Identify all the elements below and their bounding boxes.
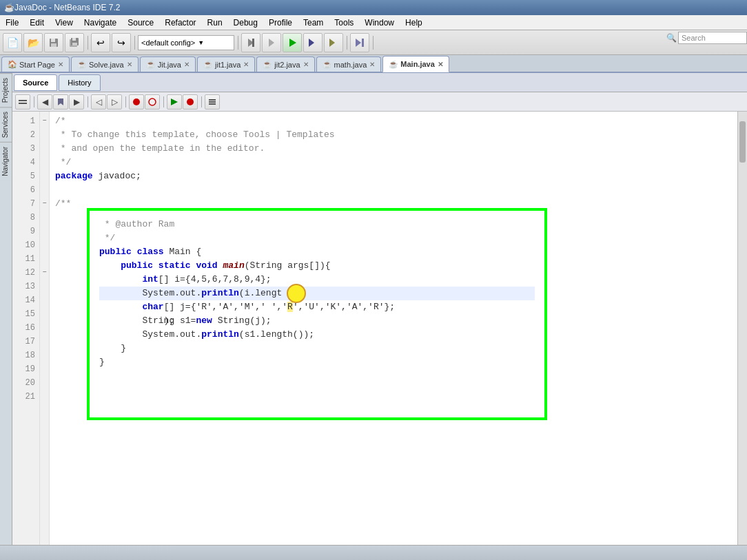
java-icon: ☕ [77,60,87,69]
code-line-3: * and open the template in the editor. [55,142,741,156]
menu-team[interactable]: Team [298,17,329,29]
menu-edit[interactable]: Edit [24,17,50,29]
menubar: File Edit View Navigate Source Refactor … [0,15,747,30]
scrollbar-vertical[interactable] [737,112,747,545]
svg-marker-9 [269,39,274,47]
fold-2 [41,128,48,142]
search-icon: 🔍 [666,33,677,43]
hl-line-13: System.out.println(i.lengt ); [99,287,535,300]
menu-view[interactable]: View [50,17,79,29]
ed-sep-3 [124,94,127,110]
tab-solve-java[interactable]: ☕ Solve.java ✕ [71,56,139,72]
scrollbar-thumb[interactable] [739,121,746,163]
next-bookmark-button[interactable]: ▶ [69,94,84,110]
fold-all-button[interactable] [15,94,30,110]
ed-sep-2 [86,94,89,110]
record-macro-button[interactable] [183,94,198,110]
line-numbers: 1 2 3 4 5 6 7 8 9 10 11 12 13 14 15 16 1… [12,112,40,545]
fold-7[interactable]: − [41,197,48,211]
tab-jit2-java[interactable]: ☕ jit2.java ✕ [256,56,314,72]
tab-source[interactable]: Source [14,74,57,91]
menu-navigate[interactable]: Navigate [79,17,122,29]
fold-21 [41,390,48,404]
tab-start-page[interactable]: 🏠 Start Page ✕ [1,56,70,72]
close-main-icon[interactable]: ✕ [438,61,443,68]
tab-jit1-java[interactable]: ☕ jit1.java ✕ [197,56,255,72]
svg-point-18 [133,98,140,105]
hl-line-21 [99,397,535,411]
fold-8 [41,211,48,225]
prev-bookmark-button[interactable]: ◀ [37,94,52,110]
svg-rect-14 [362,39,364,47]
titlebar: ☕ JavaDoc - NetBeans IDE 7.2 [0,0,747,15]
ed-sep-1 [32,94,35,110]
svg-marker-12 [329,39,335,47]
tab-history[interactable]: History [59,74,100,91]
sidebar-services[interactable]: Services [0,107,12,142]
close-jit1-icon[interactable]: ✕ [243,61,249,68]
sidebar-projects[interactable]: Projects [0,73,12,107]
profile-button[interactable] [324,33,343,52]
save-button[interactable] [44,33,63,52]
config-dropdown[interactable]: <default config> ▼ [138,35,234,50]
close-solve-icon[interactable]: ✕ [127,61,132,68]
sidebar-navigator[interactable]: Navigator [0,142,12,180]
code-content[interactable]: /* * To change this template, choose Too… [50,112,747,545]
next-occurrence-button[interactable]: ▷ [107,94,122,110]
svg-rect-16 [19,103,27,104]
clean-build-button[interactable] [262,33,281,52]
fold-4 [41,156,48,169]
redo-button[interactable]: ↪ [112,33,131,52]
tab-main-java[interactable]: ☕ Main.java ✕ [382,56,449,72]
tasks-button[interactable] [205,94,220,110]
tab-bar: 🏠 Start Page ✕ ☕ Solve.java ✕ ☕ Jit.java… [0,55,747,73]
new-file-button[interactable]: 📄 [3,33,22,52]
svg-marker-10 [289,39,296,47]
menu-tools[interactable]: Tools [329,17,359,29]
menu-refactor[interactable]: Refactor [159,17,201,29]
close-jit2-icon[interactable]: ✕ [303,61,309,68]
save-all-button[interactable] [65,33,84,52]
menu-window[interactable]: Window [359,17,400,29]
svg-rect-24 [209,103,216,105]
svg-point-19 [149,98,156,105]
menu-debug[interactable]: Debug [228,17,263,29]
fold-12[interactable]: − [41,266,48,280]
run-button[interactable] [283,33,302,52]
add-bookmark-button[interactable] [53,94,68,110]
toolbar-sep-2 [132,33,136,52]
close-start-page-icon[interactable]: ✕ [58,61,63,68]
prev-occurrence-button[interactable]: ◁ [91,94,106,110]
fold-13 [41,280,48,293]
run-macro-button[interactable] [167,94,182,110]
tab-jit-java[interactable]: ☕ Jit.java ✕ [140,56,196,72]
toolbar-sep-3 [236,33,240,52]
clear-breakpoints-button[interactable] [145,94,160,110]
fold-1[interactable]: − [41,114,48,128]
search-input[interactable]: Search [678,32,747,44]
code-editor[interactable]: 1 2 3 4 5 6 7 8 9 10 11 12 13 14 15 16 1… [12,112,747,545]
debug-button[interactable] [303,33,323,52]
fold-17 [41,335,48,349]
editor-toolbar: ◀ ▶ ◁ ▷ [12,92,747,112]
undo-button[interactable]: ↩ [91,33,110,52]
toggle-breakpoint-button[interactable] [129,94,144,110]
fold-11 [41,252,48,266]
menu-run[interactable]: Run [202,17,228,29]
menu-help[interactable]: Help [400,17,428,29]
java-icon-3: ☕ [203,60,213,69]
hl-line-11: public static void main(String args[]){ [99,259,535,273]
close-math-icon[interactable]: ✕ [369,61,375,68]
menu-file[interactable]: File [0,17,24,29]
menu-source[interactable]: Source [122,17,159,29]
menu-profile[interactable]: Profile [263,17,298,29]
cursor-indicator [287,284,306,303]
close-jit-icon[interactable]: ✕ [184,61,190,68]
fold-19 [41,362,48,376]
statusbar [0,545,747,560]
ed-sep-4 [162,94,165,110]
build-project-button[interactable] [241,33,260,52]
tab-math-java[interactable]: ☕ math.java ✕ [316,56,382,72]
debug-step-button[interactable] [350,33,369,52]
open-button[interactable]: 📂 [23,33,43,52]
